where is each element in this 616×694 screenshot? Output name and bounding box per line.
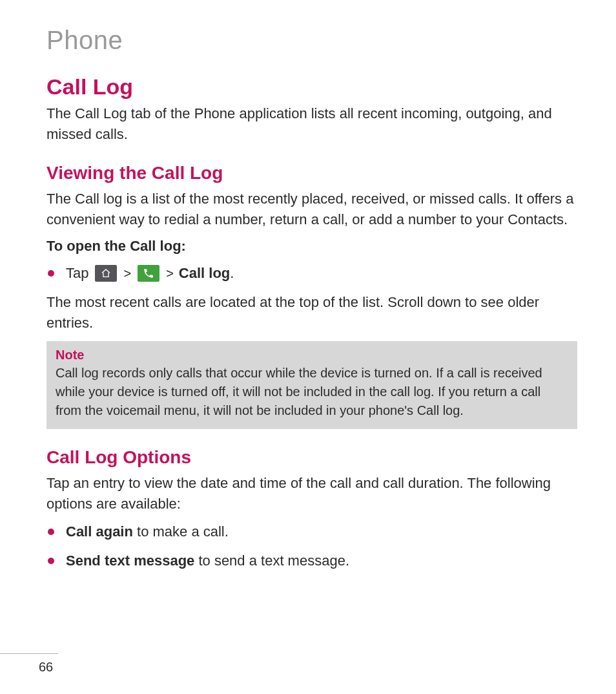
note-title: Note <box>56 348 568 363</box>
viewing-desc: The Call log is a list of the most recen… <box>46 189 577 230</box>
option-rest: to make a call. <box>133 523 229 540</box>
bullet-icon <box>48 270 54 277</box>
bullet-icon <box>48 529 54 535</box>
option-bold: Send text message <box>66 552 194 569</box>
options-intro: Tap an entry to view the date and time o… <box>46 473 577 514</box>
chapter-title: Phone <box>46 26 577 55</box>
breadcrumb-separator: > <box>166 264 174 282</box>
option-item: Send text message to send a text message… <box>46 551 577 571</box>
step-tap-row: Tap > > Call log. <box>46 264 577 284</box>
option-item: Call again to make a call. <box>46 522 577 542</box>
note-text: Call log records only calls that occur w… <box>56 364 568 420</box>
viewing-after: The most recent calls are located at the… <box>46 292 577 333</box>
phone-icon <box>138 265 159 282</box>
option-rest: to send a text message. <box>194 552 349 569</box>
option-bold: Call again <box>66 523 133 540</box>
call-log-bold: Call log <box>179 264 230 284</box>
subheading-viewing: Viewing the Call Log <box>46 163 577 184</box>
section-intro: The Call Log tab of the Phone applicatio… <box>46 103 577 145</box>
manual-page: Phone Call Log The Call Log tab of the P… <box>0 0 616 694</box>
bullet-icon <box>48 558 54 564</box>
footer-rule <box>0 653 58 654</box>
subheading-options: Call Log Options <box>46 447 577 468</box>
breadcrumb-separator: > <box>123 264 131 282</box>
page-number: 66 <box>39 660 53 675</box>
tap-prefix: Tap <box>66 264 88 284</box>
open-call-log-label: To open the Call log: <box>46 238 577 255</box>
note-box: Note Call log records only calls that oc… <box>46 341 577 429</box>
home-icon <box>95 265 117 282</box>
period: . <box>230 264 234 284</box>
section-heading-call-log: Call Log <box>46 74 577 100</box>
